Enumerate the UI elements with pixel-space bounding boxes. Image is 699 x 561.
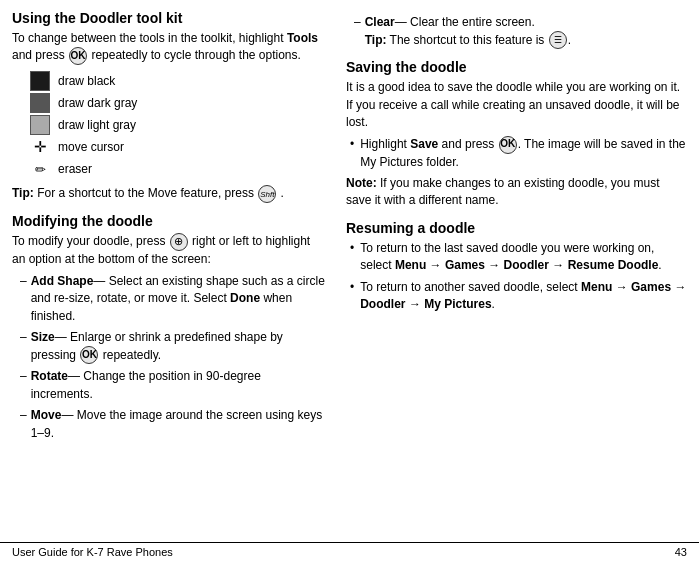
darkgray-label: draw dark gray [58, 96, 137, 110]
content-area: Using the Doodler tool kit To change bet… [0, 0, 699, 542]
save-bullet-item: • Highlight Save and press OK. The image… [350, 136, 687, 171]
black-swatch [30, 71, 50, 91]
shift-icon: Shft [258, 185, 276, 203]
section1-tip: Tip: For a shortcut to the Move feature,… [12, 185, 326, 203]
save-bullet-list: • Highlight Save and press OK. The image… [350, 136, 687, 171]
cursor-label: move cursor [58, 140, 124, 154]
icon-row-black: draw black [30, 71, 326, 91]
icon-row-lightgray: draw light gray [30, 115, 326, 135]
section3-note: Note: If you make changes to an existing… [346, 175, 687, 210]
footer: User Guide for K-7 Rave Phones 43 [0, 542, 699, 561]
right-column: – Clear— Clear the entire screen. Tip: T… [342, 10, 687, 542]
right-dash-list: – Clear— Clear the entire screen. Tip: T… [354, 14, 687, 49]
footer-right: 43 [675, 546, 687, 558]
ok-btn-save: OK [499, 136, 517, 154]
footer-left: User Guide for K-7 Rave Phones [12, 546, 173, 558]
left-column: Using the Doodler tool kit To change bet… [12, 10, 342, 542]
tool-icon-list: draw black draw dark gray draw light gra… [30, 71, 326, 179]
icon-row-eraser: ✏ eraser [30, 159, 326, 179]
cursor-icon: ✛ [30, 137, 50, 157]
dash-list: – Add Shape— Select an existing shape su… [20, 273, 326, 442]
dash-item-size: – Size— Enlarge or shrink a predefined s… [20, 329, 326, 364]
ok-btn-size: OK [80, 346, 98, 364]
eraser-label: eraser [58, 162, 92, 176]
nav-icon: ⊕ [170, 233, 188, 251]
eraser-icon: ✏ [30, 159, 50, 179]
resume-bullet-item-2: • To return to another saved doodle, sel… [350, 279, 687, 314]
dash-item-move: – Move— Move the image around the screen… [20, 407, 326, 442]
dash-item-addshape: – Add Shape— Select an existing shape su… [20, 273, 326, 325]
section3-intro: It is a good idea to save the doodle whi… [346, 79, 687, 131]
dash-item-clear: – Clear— Clear the entire screen. Tip: T… [354, 14, 687, 49]
section2-title: Modifying the doodle [12, 213, 326, 229]
page: Using the Doodler tool kit To change bet… [0, 0, 699, 561]
resume-bullet-list: • To return to the last saved doodle you… [350, 240, 687, 314]
section4-title: Resuming a doodle [346, 220, 687, 236]
menu-icon: ☰ [549, 31, 567, 49]
section3-title: Saving the doodle [346, 59, 687, 75]
darkgray-swatch [30, 93, 50, 113]
section1-intro: To change between the tools in the toolk… [12, 30, 326, 65]
icon-row-cursor: ✛ move cursor [30, 137, 326, 157]
icon-row-darkgray: draw dark gray [30, 93, 326, 113]
black-label: draw black [58, 74, 115, 88]
resume-bullet-item-1: • To return to the last saved doodle you… [350, 240, 687, 275]
ok-button-icon: OK [69, 47, 87, 65]
section1-title: Using the Doodler tool kit [12, 10, 326, 26]
dash-item-rotate: – Rotate— Change the position in 90-degr… [20, 368, 326, 403]
lightgray-swatch [30, 115, 50, 135]
lightgray-label: draw light gray [58, 118, 136, 132]
section2-intro: To modify your doodle, press ⊕ right or … [12, 233, 326, 268]
